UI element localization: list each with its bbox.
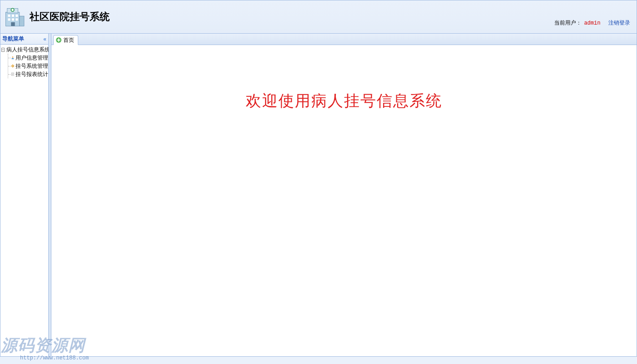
content-area: 欢迎使用病人挂号信息系统 (51, 45, 637, 356)
collapse-icon[interactable]: « (43, 36, 46, 42)
svg-rect-8 (15, 18, 18, 20)
body-wrap: 导航菜单 « − 病人挂号信息系统 用户信息管理 (0, 34, 637, 357)
svg-rect-3 (8, 15, 10, 17)
current-user-label: 当前用户： (554, 20, 581, 26)
svg-rect-4 (12, 15, 14, 17)
tree-node-system-mgmt[interactable]: 挂号系统管理 (8, 62, 48, 70)
tabs-bar: 首页 (51, 34, 637, 45)
app-title: 社区医院挂号系统 (30, 10, 110, 24)
svg-rect-25 (12, 75, 13, 76)
svg-rect-5 (15, 15, 18, 17)
tree-root-label: 病人挂号信息系统 (6, 46, 50, 54)
nav-tree: − 病人挂号信息系统 用户信息管理 挂号系统管理 (0, 45, 48, 78)
tree-node-label: 挂号系统管理 (15, 62, 48, 70)
sidebar-title: 导航菜单 (2, 35, 24, 43)
app-header: 社区医院挂号系统 当前用户： admin 注销登录 (0, 0, 637, 34)
user-icon (11, 54, 15, 61)
tree-collapse-icon[interactable]: − (1, 48, 5, 52)
tab-label: 首页 (63, 36, 74, 44)
hospital-icon (1, 4, 27, 30)
svg-rect-6 (8, 18, 10, 20)
svg-rect-21 (14, 66, 15, 66)
gear-icon (11, 62, 15, 70)
current-user-name: admin (584, 20, 601, 26)
main-area: 首页 欢迎使用病人挂号信息系统 (51, 34, 637, 356)
logout-link[interactable]: 注销登录 (608, 20, 630, 26)
svg-rect-18 (13, 65, 13, 66)
svg-rect-19 (13, 67, 13, 68)
svg-rect-9 (11, 22, 15, 26)
logo-area: 社区医院挂号系统 (0, 4, 110, 30)
tree-node-user-mgmt[interactable]: 用户信息管理 (8, 54, 48, 62)
svg-rect-23 (12, 74, 14, 74)
home-plus-icon (56, 37, 62, 43)
sidebar: 导航菜单 « − 病人挂号信息系统 用户信息管理 (0, 34, 49, 356)
tree-children: 用户信息管理 挂号系统管理 挂号报表统计 (8, 54, 48, 78)
report-icon (11, 71, 15, 78)
svg-rect-7 (12, 18, 14, 20)
user-area: 当前用户： admin 注销登录 (554, 19, 630, 27)
svg-rect-2 (20, 16, 24, 26)
svg-rect-12 (11, 10, 14, 11)
sidebar-header: 导航菜单 « (0, 34, 48, 45)
welcome-text: 欢迎使用病人挂号信息系统 (246, 91, 442, 356)
svg-rect-28 (57, 40, 61, 40)
tree-node-label: 挂号报表统计 (15, 71, 48, 78)
tree-node-report[interactable]: 挂号报表统计 (8, 70, 48, 78)
svg-rect-20 (11, 66, 12, 66)
tree-node-label: 用户信息管理 (15, 54, 48, 62)
svg-rect-24 (12, 74, 14, 75)
tab-home[interactable]: 首页 (53, 35, 78, 45)
svg-point-17 (12, 66, 13, 66)
tree-root-node[interactable]: − 病人挂号信息系统 (1, 46, 48, 54)
svg-point-15 (12, 56, 14, 58)
